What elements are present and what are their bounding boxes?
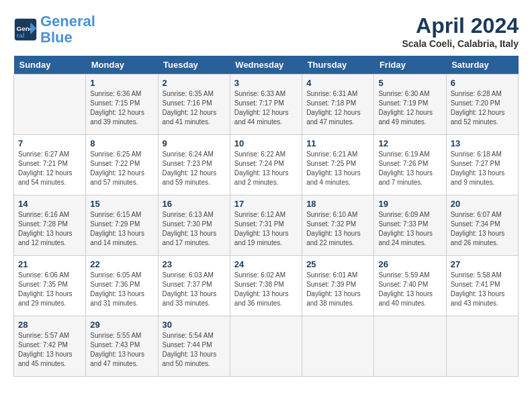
day-number: 28 [18, 320, 81, 330]
logo-text: General Blue [40, 13, 95, 46]
day-number: 30 [163, 320, 226, 330]
cell-info: Sunrise: 6:03 AM Sunset: 7:37 PM Dayligh… [163, 271, 226, 308]
calendar-cell: 26Sunrise: 5:59 AM Sunset: 7:40 PM Dayli… [374, 256, 446, 316]
location: Scala Coeli, Calabria, Italy [402, 38, 519, 49]
day-number: 18 [306, 199, 369, 209]
calendar-cell: 22Sunrise: 6:05 AM Sunset: 7:36 PM Dayli… [86, 256, 158, 316]
week-row-3: 14Sunrise: 6:16 AM Sunset: 7:28 PM Dayli… [14, 195, 519, 256]
cell-info: Sunrise: 6:12 AM Sunset: 7:31 PM Dayligh… [234, 210, 298, 248]
day-number: 13 [451, 138, 514, 148]
col-header-monday: Monday [86, 56, 158, 75]
day-number: 23 [163, 259, 226, 269]
logo-icon: Gene ral [13, 17, 38, 42]
day-number: 3 [234, 78, 298, 88]
day-number: 7 [18, 138, 81, 148]
cell-info: Sunrise: 5:58 AM Sunset: 7:41 PM Dayligh… [451, 271, 514, 308]
cell-info: Sunrise: 6:19 AM Sunset: 7:26 PM Dayligh… [378, 150, 441, 187]
cell-info: Sunrise: 6:36 AM Sunset: 7:15 PM Dayligh… [90, 89, 153, 127]
calendar-cell: 27Sunrise: 5:58 AM Sunset: 7:41 PM Dayli… [446, 256, 518, 316]
cell-info: Sunrise: 6:31 AM Sunset: 7:18 PM Dayligh… [306, 89, 369, 127]
day-number: 21 [18, 259, 81, 269]
col-header-sunday: Sunday [14, 56, 86, 75]
day-number: 25 [306, 259, 369, 269]
cell-info: Sunrise: 5:54 AM Sunset: 7:44 PM Dayligh… [163, 331, 226, 369]
cell-info: Sunrise: 6:28 AM Sunset: 7:20 PM Dayligh… [451, 89, 514, 127]
day-number: 12 [378, 138, 441, 148]
cell-info: Sunrise: 6:02 AM Sunset: 7:38 PM Dayligh… [234, 271, 298, 308]
calendar-cell: 4Sunrise: 6:31 AM Sunset: 7:18 PM Daylig… [302, 75, 374, 135]
cell-info: Sunrise: 6:25 AM Sunset: 7:22 PM Dayligh… [90, 150, 153, 187]
day-number: 22 [90, 259, 153, 269]
page-header: Gene ral General Blue April 2024 Scala C… [13, 13, 519, 49]
calendar-cell: 16Sunrise: 6:13 AM Sunset: 7:30 PM Dayli… [158, 195, 230, 256]
calendar-cell: 30Sunrise: 5:54 AM Sunset: 7:44 PM Dayli… [158, 316, 230, 377]
cell-info: Sunrise: 6:06 AM Sunset: 7:35 PM Dayligh… [18, 271, 81, 308]
calendar-cell: 11Sunrise: 6:21 AM Sunset: 7:25 PM Dayli… [302, 135, 374, 195]
day-number: 1 [90, 78, 153, 88]
calendar-cell: 24Sunrise: 6:02 AM Sunset: 7:38 PM Dayli… [230, 256, 302, 316]
day-number: 20 [451, 199, 514, 209]
cell-info: Sunrise: 6:07 AM Sunset: 7:34 PM Dayligh… [451, 210, 514, 248]
calendar-cell: 28Sunrise: 5:57 AM Sunset: 7:42 PM Dayli… [14, 316, 86, 377]
col-header-wednesday: Wednesday [230, 56, 302, 75]
cell-info: Sunrise: 5:57 AM Sunset: 7:42 PM Dayligh… [18, 331, 81, 369]
cell-info: Sunrise: 6:22 AM Sunset: 7:24 PM Dayligh… [234, 150, 298, 187]
day-number: 11 [306, 138, 369, 148]
week-row-5: 28Sunrise: 5:57 AM Sunset: 7:42 PM Dayli… [14, 316, 519, 377]
calendar-cell: 9Sunrise: 6:24 AM Sunset: 7:23 PM Daylig… [158, 135, 230, 195]
calendar-cell: 12Sunrise: 6:19 AM Sunset: 7:26 PM Dayli… [374, 135, 446, 195]
cell-info: Sunrise: 6:30 AM Sunset: 7:19 PM Dayligh… [378, 89, 441, 127]
week-row-1: 1Sunrise: 6:36 AM Sunset: 7:15 PM Daylig… [14, 75, 519, 135]
calendar-header: SundayMondayTuesdayWednesdayThursdayFrid… [14, 56, 519, 75]
day-number: 17 [234, 199, 298, 209]
day-number: 27 [451, 259, 514, 269]
calendar-cell: 21Sunrise: 6:06 AM Sunset: 7:35 PM Dayli… [14, 256, 86, 316]
day-number: 10 [234, 138, 298, 148]
calendar-cell: 15Sunrise: 6:15 AM Sunset: 7:29 PM Dayli… [86, 195, 158, 256]
day-number: 6 [451, 78, 514, 88]
calendar-cell [230, 316, 302, 377]
calendar-cell: 6Sunrise: 6:28 AM Sunset: 7:20 PM Daylig… [446, 75, 518, 135]
calendar-cell: 17Sunrise: 6:12 AM Sunset: 7:31 PM Dayli… [230, 195, 302, 256]
month-title: April 2024 [402, 13, 519, 38]
cell-info: Sunrise: 6:35 AM Sunset: 7:16 PM Dayligh… [163, 89, 226, 127]
cell-info: Sunrise: 6:18 AM Sunset: 7:27 PM Dayligh… [451, 150, 514, 187]
cell-info: Sunrise: 6:10 AM Sunset: 7:32 PM Dayligh… [306, 210, 369, 248]
week-row-4: 21Sunrise: 6:06 AM Sunset: 7:35 PM Dayli… [14, 256, 519, 316]
day-number: 19 [378, 199, 441, 209]
cell-info: Sunrise: 6:27 AM Sunset: 7:21 PM Dayligh… [18, 150, 81, 187]
calendar-table: SundayMondayTuesdayWednesdayThursdayFrid… [13, 56, 519, 377]
cell-info: Sunrise: 6:15 AM Sunset: 7:29 PM Dayligh… [90, 210, 153, 248]
day-number: 16 [163, 199, 226, 209]
day-number: 8 [90, 138, 153, 148]
calendar-cell: 13Sunrise: 6:18 AM Sunset: 7:27 PM Dayli… [446, 135, 518, 195]
day-number: 2 [163, 78, 226, 88]
day-number: 5 [378, 78, 441, 88]
calendar-cell: 1Sunrise: 6:36 AM Sunset: 7:15 PM Daylig… [86, 75, 158, 135]
calendar-cell: 29Sunrise: 5:55 AM Sunset: 7:43 PM Dayli… [86, 316, 158, 377]
col-header-friday: Friday [374, 56, 446, 75]
day-number: 9 [163, 138, 226, 148]
week-row-2: 7Sunrise: 6:27 AM Sunset: 7:21 PM Daylig… [14, 135, 519, 195]
day-number: 14 [18, 199, 81, 209]
col-header-saturday: Saturday [446, 56, 518, 75]
calendar-cell: 20Sunrise: 6:07 AM Sunset: 7:34 PM Dayli… [446, 195, 518, 256]
calendar-cell: 23Sunrise: 6:03 AM Sunset: 7:37 PM Dayli… [158, 256, 230, 316]
cell-info: Sunrise: 6:05 AM Sunset: 7:36 PM Dayligh… [90, 271, 153, 308]
col-header-tuesday: Tuesday [158, 56, 230, 75]
calendar-cell: 7Sunrise: 6:27 AM Sunset: 7:21 PM Daylig… [14, 135, 86, 195]
calendar-cell: 19Sunrise: 6:09 AM Sunset: 7:33 PM Dayli… [374, 195, 446, 256]
title-block: April 2024 Scala Coeli, Calabria, Italy [402, 13, 519, 49]
svg-text:ral: ral [17, 32, 25, 39]
cell-info: Sunrise: 6:16 AM Sunset: 7:28 PM Dayligh… [18, 210, 81, 248]
day-number: 24 [234, 259, 298, 269]
cell-info: Sunrise: 6:13 AM Sunset: 7:30 PM Dayligh… [163, 210, 226, 248]
calendar-cell [374, 316, 446, 377]
day-number: 4 [306, 78, 369, 88]
cell-info: Sunrise: 6:24 AM Sunset: 7:23 PM Dayligh… [163, 150, 226, 187]
calendar-cell: 8Sunrise: 6:25 AM Sunset: 7:22 PM Daylig… [86, 135, 158, 195]
calendar-cell: 2Sunrise: 6:35 AM Sunset: 7:16 PM Daylig… [158, 75, 230, 135]
calendar-cell: 25Sunrise: 6:01 AM Sunset: 7:39 PM Dayli… [302, 256, 374, 316]
cell-info: Sunrise: 6:01 AM Sunset: 7:39 PM Dayligh… [306, 271, 369, 308]
calendar-cell: 14Sunrise: 6:16 AM Sunset: 7:28 PM Dayli… [14, 195, 86, 256]
